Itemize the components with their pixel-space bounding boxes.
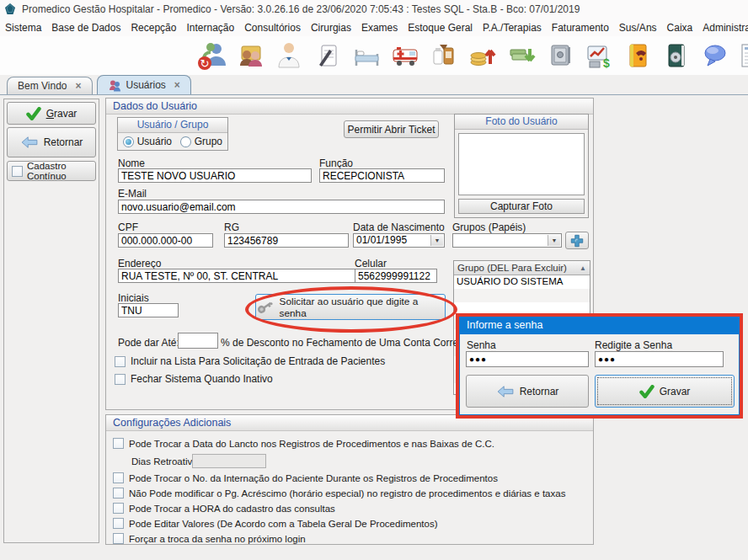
dialog-retornar-button[interactable]: Retornar xyxy=(466,375,589,408)
desconto-input[interactable] xyxy=(178,333,218,349)
prescription-icon[interactable] xyxy=(308,37,347,74)
menu-item[interactable]: Cirurgias xyxy=(306,22,356,34)
celular-input[interactable] xyxy=(355,269,437,283)
nao-modificar-acrescimo-checkbox[interactable]: Não Pode modificar o Pg. Acréscimo (horá… xyxy=(113,488,565,499)
menu-item[interactable]: Recepção xyxy=(126,22,181,34)
radio-grupo[interactable] xyxy=(180,136,191,147)
svg-text:$: $ xyxy=(603,56,610,70)
users-icon xyxy=(108,79,121,92)
tab-usuarios[interactable]: Usuários × xyxy=(97,75,191,94)
phonebook-icon[interactable] xyxy=(618,37,657,74)
chevron-down-icon[interactable]: ▼ xyxy=(430,235,443,246)
svg-text:↻: ↻ xyxy=(200,57,210,70)
incluir-lista-checkbox[interactable]: Incluir na Lista Para Solicitação de Ent… xyxy=(115,355,385,367)
checkbox-icon xyxy=(113,503,124,514)
capturar-foto-button[interactable]: Capturar Foto xyxy=(458,199,585,214)
menu-item[interactable]: Base de Dados xyxy=(46,22,126,34)
menu-item[interactable]: Sus/Ans xyxy=(614,22,662,34)
chevron-down-icon[interactable]: ▼ xyxy=(548,235,560,246)
menu-item[interactable]: Caixa xyxy=(662,22,698,34)
dialog-gravar-button[interactable]: Gravar xyxy=(595,375,735,408)
action-sidebar: Gravar Retornar Cadastro Contínuo xyxy=(3,99,99,543)
checkbox-icon xyxy=(113,533,124,544)
editar-valores-checkbox[interactable]: Pode Editar Valores (De Acordo com a Tab… xyxy=(113,518,437,529)
foto-preview xyxy=(458,133,585,195)
revenue-up-icon[interactable] xyxy=(463,37,502,74)
cadastro-continuo-checkbox[interactable]: Cadastro Contínuo xyxy=(7,161,96,181)
usuario-grupo-group: Usuário / Grupo Usuário Grupo xyxy=(117,117,228,151)
menu-item[interactable]: Internação xyxy=(181,22,239,34)
iniciais-input[interactable] xyxy=(118,303,179,317)
menu-item[interactable]: Faturamento xyxy=(547,22,614,34)
tab-close-icon[interactable]: × xyxy=(75,80,81,92)
list-item-empty xyxy=(454,289,590,302)
tab-bar: Bem Vindo × Usuários × xyxy=(0,75,748,95)
forcar-troca-senha-checkbox[interactable]: Forçar a troca da senha no próximo login xyxy=(113,533,306,544)
menu-item[interactable]: Sistema xyxy=(0,22,46,34)
desconto-suffix-label: % de Desconto no Fechamento de Uma Conta… xyxy=(221,337,473,349)
nome-input[interactable] xyxy=(118,168,312,183)
retornar-button[interactable]: Retornar xyxy=(7,127,96,157)
permitir-abrir-ticket-button[interactable]: Permitir Abrir Ticket xyxy=(344,120,439,138)
checkbox-icon xyxy=(12,166,23,177)
grupo-list-header[interactable]: Grupo (DEL Para Excluir) ▲ xyxy=(454,261,590,275)
informe-senha-dialog: Informe a senha Senha Redigite a Senha R… xyxy=(459,317,740,415)
gravar-label: Gravar xyxy=(46,108,77,120)
gravar-button[interactable]: Gravar xyxy=(7,102,96,125)
fechar-sistema-checkbox[interactable]: Fechar Sistema Quando Inativo xyxy=(115,373,273,385)
menu-item[interactable]: Estoque Geral xyxy=(403,22,478,34)
funcao-input[interactable] xyxy=(319,168,445,183)
radio-usuario[interactable] xyxy=(123,136,134,147)
sort-asc-icon[interactable]: ▲ xyxy=(580,264,586,272)
radio-usuario-label: Usuário xyxy=(137,136,172,147)
cpf-input[interactable] xyxy=(118,233,213,248)
email-input[interactable] xyxy=(118,200,445,214)
ledger-icon[interactable] xyxy=(657,37,696,74)
menu-item[interactable]: P.A./Terapias xyxy=(478,22,547,34)
foto-title: Foto do Usuário xyxy=(455,115,588,130)
app-window: Promedico Gestão Hospitalar - Promedico … xyxy=(0,0,748,560)
toolbar: ↻ xyxy=(0,36,748,75)
menu-item[interactable]: Administração xyxy=(697,22,748,34)
redigite-senha-input[interactable] xyxy=(595,351,724,367)
expense-down-icon[interactable] xyxy=(502,37,541,74)
data-nascimento-label: Data de Nascimento xyxy=(353,221,445,233)
list-item[interactable]: USUÁRIO DO SISTEMA xyxy=(454,275,590,289)
safe-icon[interactable] xyxy=(541,37,580,74)
add-grupo-button[interactable] xyxy=(565,232,589,249)
senha-label: Senha xyxy=(467,339,496,351)
cadastro-continuo-label: Cadastro Contínuo xyxy=(27,161,95,181)
retornar-label: Retornar xyxy=(44,136,83,148)
trocar-internacao-checkbox[interactable]: Pode Trocar o No. da Internação do Pacie… xyxy=(113,472,498,483)
trocar-data-lancto-checkbox[interactable]: Pode Trocar a Data do Lancto nos Registr… xyxy=(113,438,494,449)
report-form-icon[interactable] xyxy=(735,37,748,74)
trocar-hora-checkbox[interactable]: Pode Trocar a HORA do cadastro das consu… xyxy=(113,503,335,514)
pharmacy-icon[interactable] xyxy=(425,37,463,74)
rg-label: RG xyxy=(224,221,239,233)
hospital-bed-icon[interactable] xyxy=(347,37,386,74)
redigite-senha-label: Redigite a Senha xyxy=(595,339,672,351)
data-nascimento-combo[interactable]: 01/01/1995 ▼ xyxy=(353,233,445,248)
doctor-icon[interactable] xyxy=(270,37,308,74)
grupos-papeis-combo[interactable]: ▼ xyxy=(452,233,562,248)
dias-retroativos-input[interactable] xyxy=(192,454,266,468)
patients-sync-icon[interactable]: ↻ xyxy=(192,37,231,74)
checkbox-icon xyxy=(115,374,126,385)
solicitar-senha-button[interactable]: Solicitar ao usuário que digite a senha xyxy=(255,294,446,320)
foto-usuario-group: Foto do Usuário Capturar Foto xyxy=(454,114,589,218)
menu-item[interactable]: Exames xyxy=(356,22,403,34)
tab-bem-vindo[interactable]: Bem Vindo × xyxy=(7,77,93,94)
plus-icon xyxy=(569,233,585,248)
ambulance-icon[interactable] xyxy=(386,37,425,74)
chat-icon[interactable] xyxy=(696,37,735,74)
billing-icon[interactable]: $ xyxy=(580,37,618,74)
tab-close-icon[interactable]: × xyxy=(174,79,180,91)
rg-input[interactable] xyxy=(224,233,349,248)
check-icon xyxy=(639,385,654,398)
users-records-icon[interactable] xyxy=(231,37,270,74)
endereco-label: Endereço xyxy=(118,258,161,269)
senha-input[interactable] xyxy=(466,351,589,367)
menu-item[interactable]: Consultórios xyxy=(239,22,306,34)
celular-label: Celular xyxy=(355,258,387,269)
email-label: E-Mail xyxy=(118,188,147,200)
